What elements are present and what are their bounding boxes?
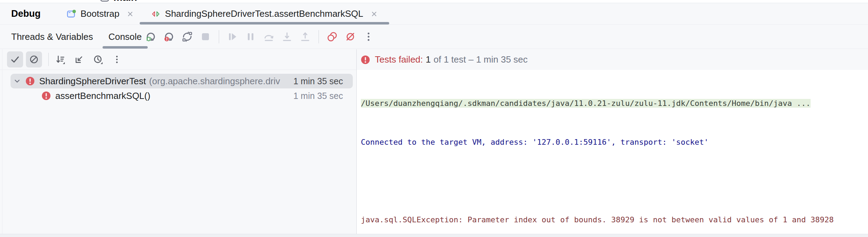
debug-tab-label: Bootstrap: [80, 8, 119, 19]
show-passed-button[interactable]: [7, 51, 23, 67]
main-toolbar-edge: main: [0, 0, 868, 3]
tests-failed-count: 1: [426, 54, 430, 65]
test-history-button[interactable]: [90, 51, 106, 67]
rerun-icon: [145, 31, 156, 42]
more-options-button[interactable]: [360, 28, 377, 45]
test-duration: 1 min 35 sec: [289, 76, 343, 86]
toolbar-separator: [219, 30, 219, 43]
step-out-icon: [300, 31, 311, 42]
pause-button: [242, 28, 259, 45]
tab-label: Console: [108, 31, 142, 42]
debug-tool-window-header: Debug Bootstrap ShardingSphereDriverTest…: [0, 3, 868, 25]
test-class-package: (org.apache.shardingsphere.driv: [149, 76, 280, 87]
step-out-button: [297, 28, 314, 45]
show-ignored-icon: [29, 54, 39, 65]
show-passed-icon: [10, 54, 20, 65]
toolbar-separator: [48, 53, 49, 66]
test-results-tree: ShardingSphereDriverTest (org.apache.sha…: [0, 70, 356, 103]
debugger-toolbar: Threads & Variables Console: [0, 25, 868, 49]
import-test-results-icon: [74, 54, 84, 65]
import-test-results-button[interactable]: [71, 51, 87, 67]
rerun-failed-tests-icon: [163, 31, 175, 42]
sort-tests-button[interactable]: [52, 51, 68, 67]
test-tree-toolbar: [0, 49, 356, 70]
step-over-button: [260, 28, 277, 45]
step-into-icon: [281, 31, 293, 42]
app-window-running-icon: [66, 9, 76, 19]
tree-row-test-method[interactable]: assertBenchmarkSQL() 1 min 35 sec: [0, 88, 356, 103]
console-panel: Tests failed: 1 of 1 test – 1 min 35 sec…: [357, 49, 868, 234]
view-breakpoints-button[interactable]: [324, 28, 341, 45]
chevron-down-icon[interactable]: [13, 77, 22, 86]
console-blank-line: [361, 174, 868, 187]
debug-content-area: ShardingSphereDriverTest (org.apache.sha…: [0, 49, 868, 234]
run-configuration-icon: [99, 0, 110, 2]
reload-changed-classes-icon: [182, 31, 193, 42]
test-tree-panel: ShardingSphereDriverTest (org.apache.sha…: [0, 49, 357, 234]
more-options-button[interactable]: [109, 51, 125, 67]
tab-console[interactable]: Console: [108, 25, 142, 49]
console-exception-line: java.sql.SQLException: Parameter index o…: [361, 213, 868, 226]
close-icon[interactable]: [126, 10, 134, 18]
tests-summary: of 1 test – 1 min 35 sec: [434, 54, 528, 65]
tab-threads-variables[interactable]: Threads & Variables: [11, 25, 93, 49]
mute-breakpoints-icon: [345, 31, 356, 42]
debug-tab-label: ShardingSphereDriverTest.assertBenchmark…: [165, 8, 363, 19]
resume-icon: [227, 31, 238, 42]
tests-failed-label: Tests failed:: [375, 54, 423, 65]
tab-label: Threads & Variables: [11, 31, 93, 42]
java-command-text: /Users/duanzhengqiang/.sdkman/candidates…: [361, 99, 811, 108]
step-into-button: [279, 28, 295, 45]
stop-button: [197, 28, 214, 45]
tool-window-title: Debug: [11, 8, 41, 19]
tree-row-test-class[interactable]: ShardingSphereDriverTest (org.apache.sha…: [0, 74, 356, 88]
test-run-icon: [151, 9, 161, 19]
reload-changed-classes-button[interactable]: [179, 28, 196, 45]
run-configuration-label: main: [113, 0, 137, 3]
test-error-icon: [41, 91, 51, 101]
stop-icon: [200, 31, 211, 42]
console-command-line: /Users/duanzhengqiang/.sdkman/candidates…: [361, 97, 868, 110]
bottom-edge-strip: [0, 234, 868, 237]
step-over-icon: [263, 31, 274, 42]
show-ignored-button[interactable]: [26, 51, 42, 67]
close-icon[interactable]: [370, 10, 378, 18]
test-error-icon: [25, 76, 35, 86]
view-breakpoints-icon: [327, 31, 338, 42]
run-configuration-selector[interactable]: main: [99, 0, 137, 3]
console-output[interactable]: /Users/duanzhengqiang/.sdkman/candidates…: [357, 70, 868, 234]
pause-icon: [245, 31, 256, 42]
more-vertical-icon: [112, 54, 122, 65]
test-status-bar: Tests failed: 1 of 1 test – 1 min 35 sec: [357, 49, 868, 70]
rerun-failed-tests-button[interactable]: [161, 28, 177, 45]
console-connected-line: Connected to the target VM, address: '12…: [361, 136, 868, 149]
resume-button: [224, 28, 241, 45]
debug-tab-test-session[interactable]: ShardingSphereDriverTest.assertBenchmark…: [140, 3, 389, 24]
test-class-name: ShardingSphereDriverTest: [39, 76, 146, 87]
more-vertical-icon: [363, 31, 374, 42]
debug-tab-bootstrap[interactable]: Bootstrap: [66, 3, 134, 24]
test-history-icon: [93, 54, 103, 65]
test-method-name: assertBenchmarkSQL(): [55, 91, 150, 101]
tests-failed-icon: [360, 55, 370, 65]
mute-breakpoints-button[interactable]: [342, 28, 359, 45]
rerun-button[interactable]: [142, 28, 159, 45]
sort-tests-icon: [55, 54, 65, 65]
test-duration: 1 min 35 sec: [289, 91, 343, 101]
toolbar-separator: [318, 30, 319, 43]
